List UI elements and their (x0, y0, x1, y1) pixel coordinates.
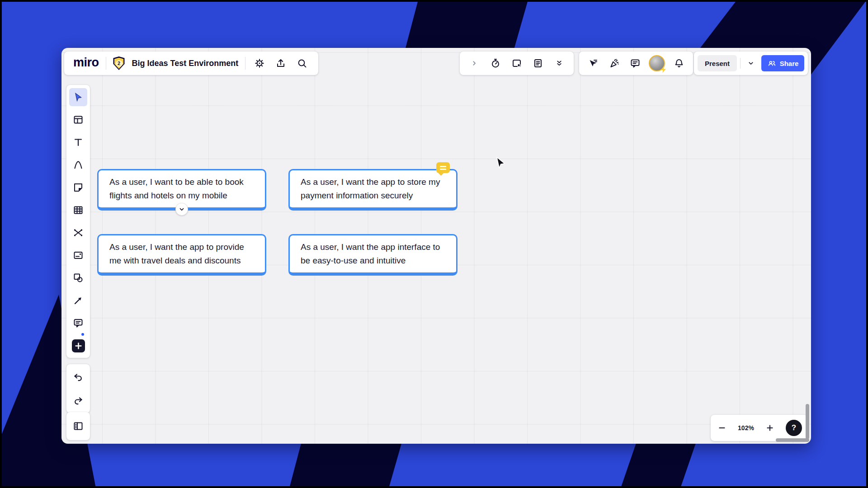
lightning-bolt-badge-icon (660, 66, 666, 73)
zoom-controls: 102% ? (711, 415, 807, 441)
shapes-icon (73, 272, 84, 283)
plan-badge-shield-icon[interactable]: 2 (113, 56, 125, 70)
vertical-scrollbar[interactable] (806, 404, 809, 439)
export-icon (275, 58, 286, 69)
templates-tool[interactable] (69, 111, 87, 129)
select-cursor-icon (73, 92, 84, 103)
present-share-bar: Present Share (694, 52, 808, 75)
timer-button[interactable] (488, 56, 503, 70)
notes-button[interactable] (531, 56, 545, 70)
settings-button[interactable] (252, 56, 267, 70)
shapes-tool[interactable] (69, 269, 87, 287)
brand-background: miro 2 Big Ideas Test Environment (2, 2, 866, 486)
frames-panel-bar (66, 412, 90, 440)
card-text: As a user, I want the app to store my pa… (301, 175, 445, 202)
share-label: Share (780, 60, 799, 67)
plus-icon (766, 424, 774, 432)
minus-icon (718, 424, 726, 432)
pen-tool[interactable] (69, 156, 87, 174)
board-header-bar: miro 2 Big Ideas Test Environment (64, 52, 318, 75)
comments-icon (630, 58, 641, 69)
table-icon (73, 205, 84, 216)
screenshot-frame: miro 2 Big Ideas Test Environment (0, 0, 868, 488)
pen-icon (73, 160, 84, 170)
follow-cursor-icon (588, 58, 599, 69)
present-button[interactable]: Present (698, 55, 737, 71)
follow-cursors-button[interactable] (586, 56, 600, 70)
export-button[interactable] (274, 56, 288, 70)
comments-button[interactable] (628, 56, 642, 70)
user-story-card-2[interactable]: As a user, I want the app to store my pa… (288, 169, 458, 211)
user-avatar[interactable] (649, 55, 665, 71)
user-story-card-1[interactable]: As a user, I want to be able to book fli… (97, 169, 266, 211)
share-people-icon (767, 59, 777, 68)
creation-toolbar (66, 85, 90, 358)
mindmap-tool[interactable] (69, 224, 87, 242)
horizontal-scrollbar[interactable] (776, 438, 809, 442)
chevron-down-icon (179, 206, 185, 212)
facilitation-toolbar (460, 52, 574, 75)
text-tool[interactable] (69, 133, 87, 151)
share-button[interactable]: Share (761, 55, 804, 71)
table-tool[interactable] (69, 201, 87, 219)
templates-icon (73, 114, 84, 125)
present-options-button[interactable] (744, 55, 758, 71)
zoom-in-button[interactable] (764, 421, 776, 435)
arrow-icon (73, 295, 84, 306)
undo-button[interactable] (69, 368, 87, 386)
expand-toolbar-button[interactable] (467, 56, 481, 70)
mindmap-icon (73, 227, 84, 238)
comment-tool[interactable] (69, 314, 87, 332)
card-text: As a user, I want to be able to book fli… (109, 175, 254, 202)
card-expand-button[interactable] (175, 203, 188, 216)
bell-icon (674, 58, 684, 69)
redo-icon (73, 395, 84, 406)
plan-badge-number: 2 (116, 60, 123, 67)
board-title[interactable]: Big Ideas Test Environment (132, 59, 239, 68)
user-story-card-3[interactable]: As a user, I want the app to provide me … (97, 234, 266, 276)
reactions-party-popper-icon (609, 58, 620, 69)
settings-gear-icon (254, 58, 265, 69)
help-button[interactable]: ? (786, 420, 802, 436)
double-chevron-down-icon (555, 59, 564, 68)
undo-icon (73, 371, 84, 382)
redo-button[interactable] (69, 391, 87, 409)
user-story-card-4[interactable]: As a user, I want the app interface to b… (288, 234, 458, 276)
collaboration-toolbar (579, 52, 693, 75)
search-button[interactable] (295, 56, 309, 70)
chevron-down-icon (747, 60, 755, 67)
miro-board-window: miro 2 Big Ideas Test Environment (61, 48, 811, 444)
comment-badge-icon[interactable] (436, 162, 450, 173)
notes-icon (533, 58, 543, 69)
frames-panel-button[interactable] (69, 417, 87, 435)
comment-bubble-icon (73, 318, 84, 328)
divider (106, 57, 106, 70)
frames-panel-icon (73, 421, 84, 432)
zoom-out-button[interactable] (716, 421, 728, 435)
presentation-frame-button[interactable] (509, 56, 524, 70)
card-icon (73, 250, 84, 261)
card-text: As a user, I want the app to provide me … (109, 240, 254, 267)
arrow-tool[interactable] (69, 291, 87, 310)
collapse-toolbar-button[interactable] (552, 56, 566, 70)
reactions-button[interactable] (607, 56, 622, 70)
plus-icon (72, 339, 85, 352)
notifications-button[interactable] (672, 56, 686, 70)
more-apps-tool[interactable] (69, 337, 87, 355)
divider (740, 58, 741, 69)
search-icon (297, 58, 307, 69)
miro-logo[interactable]: miro (73, 56, 99, 71)
card-tool[interactable] (69, 246, 87, 264)
history-toolbar (66, 364, 90, 413)
text-icon (73, 137, 84, 148)
sticky-note-tool[interactable] (69, 178, 87, 197)
timer-icon (490, 58, 501, 69)
notification-dot (81, 333, 84, 336)
presentation-frame-icon (511, 58, 522, 69)
mouse-cursor (495, 156, 507, 170)
select-tool[interactable] (69, 88, 87, 106)
zoom-level[interactable]: 102% (738, 424, 754, 432)
chevron-right-icon (470, 59, 479, 68)
sticky-note-icon (73, 182, 84, 193)
divider (245, 57, 245, 70)
